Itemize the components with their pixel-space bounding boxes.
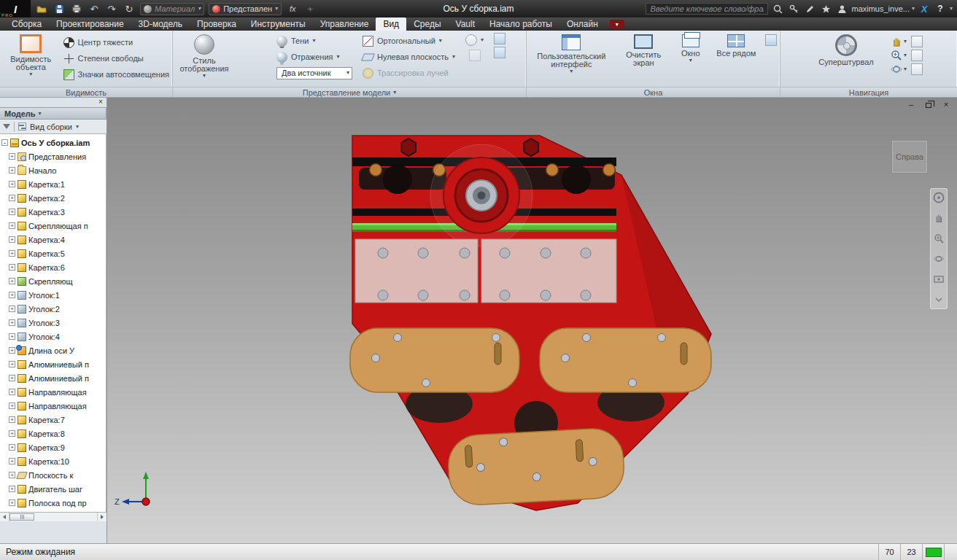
view-cube[interactable]: Справа — [891, 140, 928, 174]
lighting-options-button[interactable] — [465, 34, 477, 46]
material-dropdown[interactable]: Материал ▾ — [140, 3, 204, 15]
tree-item[interactable]: + Алюминиевый п — [0, 371, 106, 385]
tree-expander[interactable]: + — [9, 472, 15, 478]
ribbon-tab[interactable]: Управление — [313, 18, 376, 31]
tree-expander[interactable]: + — [9, 444, 15, 451]
tree-item[interactable]: + Каретка:6 — [0, 260, 106, 274]
tree-item[interactable]: + Полоска под пр — [0, 496, 106, 510]
tree-item[interactable]: + Скрепляющ — [0, 274, 106, 288]
tree-item[interactable]: + Алюминиевый п — [0, 357, 106, 371]
display-style-button[interactable]: Стиль отображения ▾ — [176, 33, 233, 80]
tree-item[interactable]: + Каретка:9 — [0, 440, 106, 454]
browser-header[interactable]: Модель ▾ — [0, 107, 106, 120]
doc-minimize-button[interactable]: – — [906, 100, 916, 109]
imate-glyphs-button[interactable]: Значки автосовмещения — [63, 66, 169, 82]
cascade-button[interactable] — [765, 34, 777, 46]
tree-item[interactable]: + Длина оси У — [0, 343, 106, 357]
chevron-down-icon[interactable]: ▾ — [76, 124, 79, 130]
tree-item[interactable]: + Направляющая — [0, 399, 106, 413]
user-button[interactable] — [835, 2, 848, 15]
tree-item[interactable]: + Каретка:2 — [0, 191, 106, 205]
scrollbar-thumb[interactable] — [9, 513, 34, 521]
previous-view-button[interactable] — [911, 36, 923, 47]
tree-item[interactable]: + Начало — [0, 163, 106, 177]
ribbon-tab[interactable]: Начало работы — [482, 18, 559, 31]
scroll-right-button[interactable] — [97, 513, 106, 521]
tree-item[interactable]: + Представления — [0, 149, 106, 163]
tree-expander[interactable]: + — [9, 416, 15, 423]
tree-item[interactable]: + Двигатель шаг — [0, 482, 106, 496]
zoom-button[interactable]: ▾ — [891, 50, 907, 61]
window-button[interactable]: Окно ▾ — [674, 33, 708, 65]
doc-close-button[interactable]: × — [941, 100, 951, 109]
ribbon-tab[interactable]: Инструменты — [244, 18, 313, 31]
tree-expander[interactable]: + — [9, 236, 15, 243]
panel-label-windows[interactable]: Окна — [527, 87, 780, 97]
light-style-combo[interactable]: Два источник ▾ — [276, 67, 352, 79]
navigation-wheel-button[interactable] — [932, 191, 945, 204]
center-of-gravity-button[interactable]: Центр тяжести — [63, 34, 169, 50]
tree-expander[interactable]: + — [9, 306, 15, 312]
panel-label-navigation[interactable]: Навигация — [780, 87, 957, 97]
tile-all-button[interactable]: Все рядом — [715, 33, 758, 59]
degrees-of-freedom-button[interactable]: Степени свободы — [63, 50, 169, 66]
tree-item[interactable]: + Каретка:3 — [0, 205, 106, 219]
pan-button[interactable]: ▾ — [891, 36, 907, 47]
zoom-tool-button[interactable] — [932, 232, 945, 245]
orthographic-button[interactable]: Ортогональный ▾ — [363, 33, 455, 49]
tree-expander[interactable]: - — [1, 139, 8, 146]
orbit-tool-button[interactable] — [932, 252, 945, 265]
browser-close-button[interactable]: × — [96, 98, 105, 106]
fx-parameters-button[interactable]: fx — [286, 2, 299, 15]
user-interface-button[interactable]: Пользовательский интерфейс ▾ — [530, 33, 613, 76]
object-visibility-button[interactable]: Видимость объекта ▾ — [3, 33, 59, 79]
ray-tracing-button[interactable]: Трассировка лучей — [363, 65, 455, 81]
ground-shadow-button[interactable] — [494, 33, 505, 44]
measure-button[interactable]: + — [303, 2, 317, 15]
print-button[interactable] — [70, 2, 83, 15]
tree-item[interactable]: + Плоскость к — [0, 468, 106, 482]
tree-item[interactable]: + Каретка:7 — [0, 413, 106, 427]
scroll-left-button[interactable] — [0, 513, 9, 521]
tree-item[interactable]: + Уголок:1 — [0, 288, 106, 302]
object-shadow-button[interactable] — [494, 47, 505, 58]
ribbon-display-toggle[interactable]: ▾ — [610, 20, 624, 29]
tree-expander[interactable]: + — [9, 458, 15, 464]
steering-wheel-button[interactable]: Суперштурвал — [815, 33, 877, 68]
user-account-dropdown[interactable]: maximus_inve... ▾ — [851, 4, 915, 13]
ribbon-tab[interactable]: Vault — [449, 18, 482, 31]
tree-expander[interactable]: + — [9, 278, 15, 284]
doc-restore-button[interactable] — [923, 100, 934, 109]
look-at-button[interactable] — [911, 63, 923, 75]
tree-expander[interactable]: + — [9, 264, 15, 271]
tree-expander[interactable]: + — [9, 209, 15, 215]
navbar-more-button[interactable] — [932, 293, 945, 306]
graphics-viewport[interactable]: – × Справа — [107, 98, 957, 543]
texture-off-button[interactable] — [469, 50, 481, 61]
tree-expander[interactable]: + — [9, 319, 15, 326]
update-button[interactable]: ↻ — [123, 2, 136, 15]
tree-item[interactable]: + Каретка:4 — [0, 233, 106, 246]
tree-expander[interactable]: + — [9, 499, 15, 506]
zoom-window-button[interactable] — [911, 50, 923, 61]
panel-label-model-appearance[interactable]: Представление модели ▾ — [173, 87, 526, 97]
tree-item[interactable]: + Уголок:2 — [0, 302, 106, 316]
inventor-logo[interactable]: I PRO — [0, 0, 31, 18]
tree-item[interactable]: + Каретка:10 — [0, 454, 106, 468]
tree-expander[interactable]: + — [9, 222, 15, 229]
reflections-button[interactable]: Отражения ▾ — [276, 49, 352, 65]
look-at-tool-button[interactable] — [932, 273, 945, 286]
tree-expander[interactable]: + — [9, 333, 15, 340]
tree-expander[interactable]: + — [9, 361, 15, 368]
clean-screen-button[interactable]: Очистить экран — [621, 33, 667, 69]
tree-item[interactable]: + Уголок:3 — [0, 316, 106, 330]
pencil-button[interactable] — [803, 2, 816, 15]
pan-tool-button[interactable] — [932, 211, 945, 225]
tree-item[interactable]: + Каретка:1 — [0, 177, 106, 191]
ribbon-tab[interactable]: Онлайн — [559, 18, 605, 31]
tree-item[interactable]: + Уголок:4 — [0, 330, 106, 343]
tree-expander[interactable]: + — [9, 375, 15, 381]
tree-expander[interactable]: + — [9, 181, 15, 187]
tree-expander[interactable]: + — [9, 250, 15, 257]
tree-expander[interactable]: + — [9, 486, 15, 492]
